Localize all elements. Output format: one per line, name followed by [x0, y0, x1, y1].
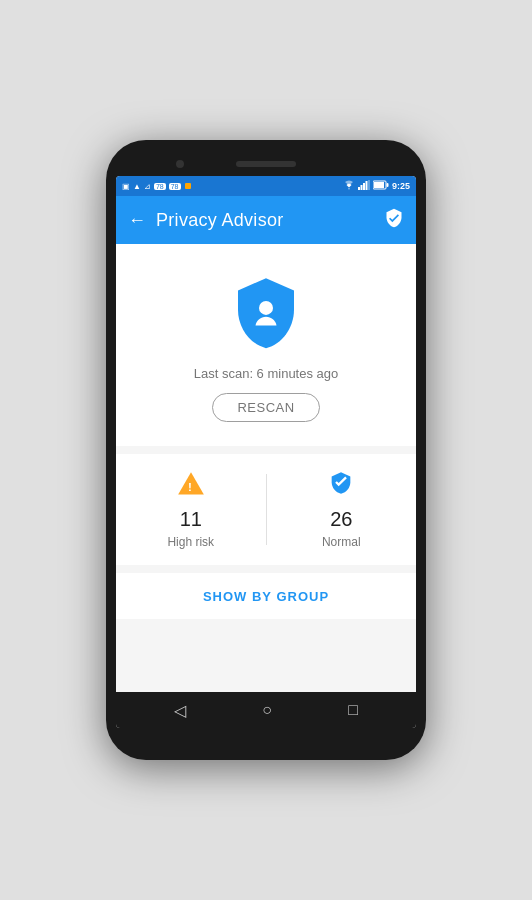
- svg-rect-4: [368, 180, 370, 190]
- svg-rect-0: [358, 187, 360, 190]
- status-left-icons: ▣ ▲ ⊿ 78 78: [122, 182, 191, 191]
- phone-screen: ▣ ▲ ⊿ 78 78: [116, 176, 416, 728]
- signal-icon: ▲: [133, 182, 141, 191]
- warning-icon: !: [177, 470, 205, 504]
- battery-icon: [373, 180, 389, 192]
- svg-rect-7: [374, 182, 384, 188]
- phone-speaker: [236, 161, 296, 167]
- high-risk-count: 11: [180, 508, 202, 531]
- app-bar: ← Privacy Advisor: [116, 196, 416, 244]
- show-by-group-section[interactable]: SHOW BY GROUP: [116, 573, 416, 619]
- back-button[interactable]: ←: [128, 210, 146, 231]
- signal-status-icon: [358, 180, 370, 192]
- normal-count: 26: [330, 508, 352, 531]
- svg-point-8: [259, 301, 273, 315]
- sim-icon: ▣: [122, 182, 130, 191]
- shield-menu-icon[interactable]: [384, 208, 404, 233]
- wifi-icon: ⊿: [144, 182, 151, 191]
- show-by-group-button[interactable]: SHOW BY GROUP: [203, 589, 329, 604]
- svg-rect-3: [365, 181, 367, 190]
- phone-bottom-hardware: [116, 728, 416, 748]
- last-scan-label: Last scan: 6 minutes ago: [194, 366, 339, 381]
- phone-top-hardware: [116, 152, 416, 176]
- main-content: Last scan: 6 minutes ago RESCAN ! 11 Hig…: [116, 244, 416, 692]
- normal-label: Normal: [322, 535, 361, 549]
- home-nav-button[interactable]: ○: [262, 701, 272, 719]
- high-risk-stat: ! 11 High risk: [116, 470, 266, 549]
- rescan-button[interactable]: RESCAN: [212, 393, 319, 422]
- notification-dot: [185, 183, 191, 189]
- svg-text:!: !: [188, 480, 192, 493]
- phone-frame: ▣ ▲ ⊿ 78 78: [106, 140, 426, 760]
- svg-rect-2: [363, 183, 365, 190]
- high-risk-label: High risk: [167, 535, 214, 549]
- shield-check-icon: [327, 470, 355, 504]
- svg-rect-1: [360, 185, 362, 190]
- time-display: 9:25: [392, 181, 410, 191]
- phone-camera: [176, 160, 184, 168]
- svg-rect-6: [386, 183, 388, 187]
- hero-section: Last scan: 6 minutes ago RESCAN: [116, 244, 416, 446]
- network-78b: 78: [169, 183, 181, 190]
- status-right-icons: 9:25: [343, 180, 410, 192]
- privacy-shield-icon: [231, 274, 301, 354]
- network-78: 78: [154, 183, 166, 190]
- app-bar-title: Privacy Advisor: [156, 210, 374, 231]
- status-bar: ▣ ▲ ⊿ 78 78: [116, 176, 416, 196]
- back-nav-button[interactable]: ◁: [174, 701, 186, 720]
- recent-nav-button[interactable]: □: [348, 701, 358, 719]
- bottom-nav: ◁ ○ □: [116, 692, 416, 728]
- wifi-status-icon: [343, 180, 355, 192]
- normal-stat: 26 Normal: [267, 470, 417, 549]
- stats-section: ! 11 High risk 26 Normal: [116, 454, 416, 565]
